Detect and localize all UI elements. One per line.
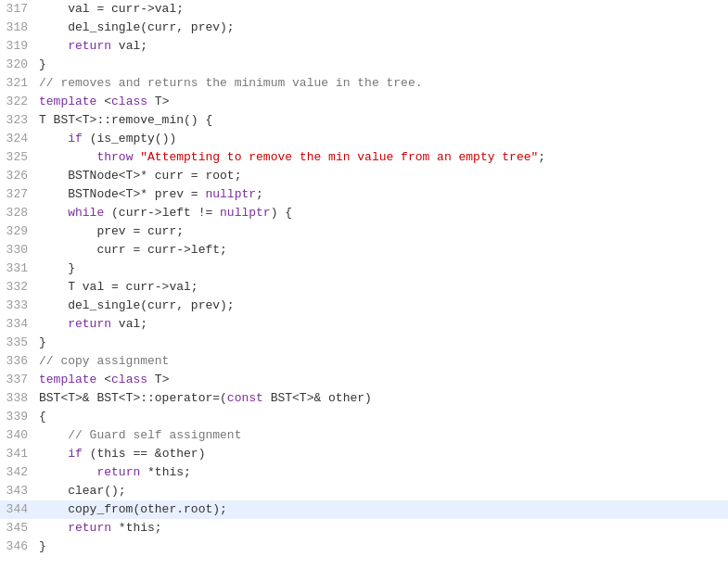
line-number: 323 (0, 111, 39, 130)
line-number: 322 (0, 93, 39, 111)
token: return (96, 465, 140, 479)
code-line: 331 } (0, 259, 728, 278)
code-line: 332 T val = curr->val; (0, 278, 728, 297)
code-line: 324 if (is_empty()) (0, 130, 728, 148)
line-content: { (39, 408, 728, 426)
code-line: 346} (0, 538, 728, 556)
line-number: 346 (0, 538, 39, 556)
token: curr = curr->left; (39, 243, 227, 257)
code-line: 345 return *this; (0, 519, 728, 538)
token: T val = curr->val; (39, 280, 198, 294)
line-number: 344 (0, 500, 39, 519)
token: BSTNode<T>* prev = (39, 187, 205, 201)
code-viewer: 317 val = curr->val;318 del_single(curr,… (0, 0, 728, 582)
code-line: 330 curr = curr->left; (0, 241, 728, 259)
line-number: 317 (0, 0, 39, 19)
code-line: 317 val = curr->val; (0, 0, 728, 19)
line-number: 319 (0, 37, 39, 56)
line-number: 328 (0, 204, 39, 222)
token: *this; (140, 465, 191, 479)
token (39, 132, 68, 146)
line-content: while (curr->left != nullptr) { (39, 204, 728, 222)
token: *this; (111, 521, 162, 535)
code-line: 333 del_single(curr, prev); (0, 297, 728, 315)
line-content: BSTNode<T>* prev = nullptr; (39, 185, 728, 204)
code-line: 339{ (0, 408, 728, 426)
line-content: return *this; (39, 463, 728, 482)
token: ; (256, 187, 263, 201)
line-content: T val = curr->val; (39, 278, 728, 297)
token: ; (538, 150, 545, 164)
token: while (68, 206, 104, 220)
token: if (68, 447, 83, 461)
token: (is_empty()) (83, 132, 176, 146)
token: template (39, 373, 96, 386)
token: < (96, 373, 111, 386)
code-line: 342 return *this; (0, 463, 728, 482)
code-line: 327 BSTNode<T>* prev = nullptr; (0, 185, 728, 204)
line-number: 324 (0, 130, 39, 148)
code-line: 344 copy_from(other.root); (0, 500, 728, 519)
token (39, 150, 96, 164)
token: BST<T>& other) (263, 391, 372, 405)
token: return (68, 39, 111, 53)
line-content: BST<T>& BST<T>::operator=(const BST<T>& … (39, 389, 728, 408)
token: clear(); (39, 484, 126, 498)
token: nullptr (220, 206, 271, 220)
line-content: if (this == &other) (39, 445, 728, 463)
token: return (68, 521, 111, 535)
token: T> (147, 373, 169, 386)
line-content: if (is_empty()) (39, 130, 728, 148)
line-content: BSTNode<T>* curr = root; (39, 167, 728, 185)
code-line: 341 if (this == &other) (0, 445, 728, 463)
token: ) { (271, 206, 292, 220)
token: val = curr->val; (39, 2, 184, 16)
line-content: return val; (39, 37, 728, 56)
line-content: } (39, 538, 728, 556)
line-number: 340 (0, 426, 39, 445)
line-number: 327 (0, 185, 39, 204)
line-number: 341 (0, 445, 39, 463)
code-line: 320} (0, 56, 728, 74)
token (39, 447, 68, 461)
line-content: curr = curr->left; (39, 241, 728, 259)
token: { (39, 410, 46, 424)
token: // copy assignment (39, 354, 169, 368)
line-number: 336 (0, 352, 39, 371)
line-content: return *this; (39, 519, 728, 538)
line-number: 339 (0, 408, 39, 426)
token: return (68, 317, 111, 331)
token: (this == &other) (83, 447, 206, 461)
line-number: 334 (0, 315, 39, 334)
line-content: T BST<T>::remove_min() { (39, 111, 728, 130)
line-content: // Guard self assignment (39, 426, 728, 445)
token: val; (111, 317, 147, 331)
line-content: clear(); (39, 482, 728, 500)
line-content: return val; (39, 315, 728, 334)
code-line: 338BST<T>& BST<T>::operator=(const BST<T… (0, 389, 728, 408)
token: "Attempting to remove the min value from… (140, 150, 538, 164)
token: throw (96, 150, 133, 164)
code-line: 325 throw "Attempting to remove the min … (0, 148, 728, 167)
token: BST<T>& BST<T>::operator=( (39, 391, 227, 405)
token: class (111, 373, 147, 386)
token: prev = curr; (39, 224, 184, 238)
code-line: 334 return val; (0, 315, 728, 334)
code-line: 321// removes and returns the minimum va… (0, 74, 728, 93)
line-content: val = curr->val; (39, 0, 728, 19)
line-number: 332 (0, 278, 39, 297)
token: class (111, 95, 147, 108)
code-line: 328 while (curr->left != nullptr) { (0, 204, 728, 222)
line-content: del_single(curr, prev); (39, 19, 728, 37)
line-content: } (39, 334, 728, 352)
code-line: 336// copy assignment (0, 352, 728, 371)
line-number: 329 (0, 222, 39, 241)
code-line: 319 return val; (0, 37, 728, 56)
line-content: del_single(curr, prev); (39, 297, 728, 315)
code-line: 340 // Guard self assignment (0, 426, 728, 445)
token: const (227, 391, 263, 405)
line-number: 318 (0, 19, 39, 37)
line-number: 330 (0, 241, 39, 259)
line-number: 335 (0, 334, 39, 352)
token: T> (147, 95, 169, 108)
